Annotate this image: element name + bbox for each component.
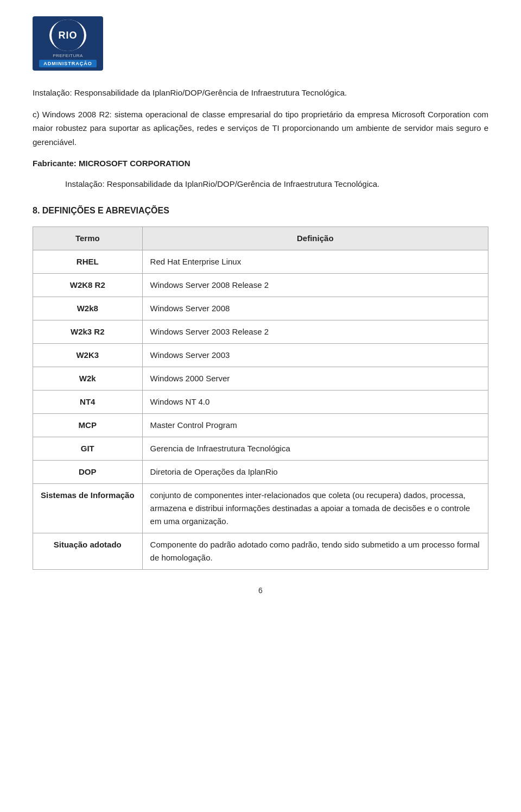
table-cell-definition: Windows Server 2008 [142, 297, 488, 320]
table-cell-term: NT4 [33, 390, 143, 413]
table-row: NT4Windows NT 4.0 [33, 390, 488, 413]
table-cell-definition: Windows Server 2003 Release 2 [142, 320, 488, 343]
install-indent: Instalação: Responsabilidade da IplanRio… [65, 177, 488, 191]
table-cell-definition: Windows Server 2003 [142, 343, 488, 367]
logo-inner: RIO [52, 20, 84, 51]
logo-box: RIO PREFEITURA ADMINISTRAÇÃO [33, 16, 103, 71]
windows2008-text: c) Windows 2008 R2: sistema operacional … [33, 108, 488, 149]
definitions-table: Termo Definição RHELRed Hat Enterprise L… [33, 226, 488, 570]
table-cell-definition: Master Control Program [142, 413, 488, 437]
logo-circle: RIO [49, 20, 86, 51]
table-cell-definition: Windows NT 4.0 [142, 390, 488, 413]
table-row: DOPDiretoria de Operações da IplanRio [33, 460, 488, 483]
table-cell-term: RHEL [33, 250, 143, 273]
table-row: W2k8Windows Server 2008 [33, 297, 488, 320]
table-cell-definition: Diretoria de Operações da IplanRio [142, 460, 488, 483]
table-cell-definition: Red Hat Enterprise Linux [142, 250, 488, 273]
table-row: W2K8 R2Windows Server 2008 Release 2 [33, 273, 488, 297]
table-cell-term: W2k3 R2 [33, 320, 143, 343]
table-header-row: Termo Definição [33, 226, 488, 250]
fabricante-label: Fabricante: MICROSOFT CORPORATION [33, 156, 488, 171]
table-row: MCPMaster Control Program [33, 413, 488, 437]
table-cell-term: W2K8 R2 [33, 273, 143, 297]
col-term-header: Termo [33, 226, 143, 250]
col-definition-header: Definição [142, 226, 488, 250]
install-paragraph-1: Instalação: Responsabilidade da IplanRio… [33, 86, 488, 100]
table-body: RHELRed Hat Enterprise LinuxW2K8 R2Windo… [33, 250, 488, 569]
table-cell-definition: Windows Server 2008 Release 2 [142, 273, 488, 297]
install-line-1: Instalação: Responsabilidade da IplanRio… [33, 86, 488, 100]
fabricante-section: Fabricante: MICROSOFT CORPORATION Instal… [33, 156, 488, 191]
table-row: Situação adotadoComponente do padrão ado… [33, 533, 488, 569]
logo-rio-text: RIO [58, 30, 77, 41]
table-row: RHELRed Hat Enterprise Linux [33, 250, 488, 273]
table-row: W2k3 R2Windows Server 2003 Release 2 [33, 320, 488, 343]
table-cell-definition: Componente do padrão adotado como padrão… [142, 533, 488, 569]
table-header: Termo Definição [33, 226, 488, 250]
table-cell-definition: Gerencia de Infraestrutura Tecnológica [142, 437, 488, 460]
table-cell-term: W2k [33, 367, 143, 390]
logo-admin-bar: ADMINISTRAÇÃO [39, 60, 97, 67]
table-row: W2kWindows 2000 Server [33, 367, 488, 390]
table-cell-term: GIT [33, 437, 143, 460]
table-cell-term: Situação adotado [33, 533, 143, 569]
table-cell-definition: Windows 2000 Server [142, 367, 488, 390]
table-cell-term: MCP [33, 413, 143, 437]
header-logo-section: RIO PREFEITURA ADMINISTRAÇÃO [33, 16, 488, 71]
windows2008-paragraph: c) Windows 2008 R2: sistema operacional … [33, 108, 488, 149]
table-cell-term: W2K3 [33, 343, 143, 367]
table-cell-term: DOP [33, 460, 143, 483]
table-cell-definition: conjunto de componentes inter-relacionad… [142, 483, 488, 533]
logo-prefeitura-text: PREFEITURA [53, 53, 83, 58]
table-cell-term: W2k8 [33, 297, 143, 320]
main-content: Instalação: Responsabilidade da IplanRio… [33, 86, 488, 570]
table-cell-term: Sistemas de Informação [33, 483, 143, 533]
table-row: W2K3Windows Server 2003 [33, 343, 488, 367]
table-row: GITGerencia de Infraestrutura Tecnológic… [33, 437, 488, 460]
page-number: 6 [33, 586, 488, 595]
section-8-heading: 8. DEFINIÇÕES E ABREVIAÇÕES [33, 204, 488, 218]
table-row: Sistemas de Informaçãoconjunto de compon… [33, 483, 488, 533]
